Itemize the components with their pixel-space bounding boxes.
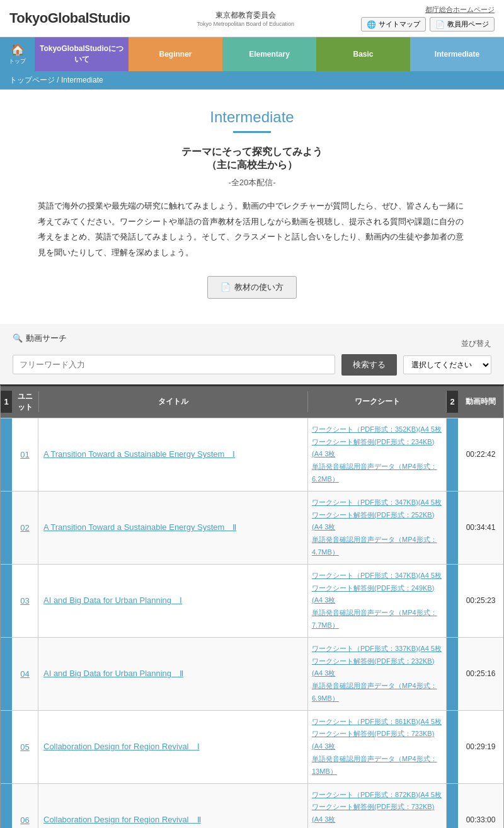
title-link[interactable]: A Transition Toward a Sustainable Energy… xyxy=(43,521,236,534)
time-cell: 00:34:41 xyxy=(458,492,503,564)
worksheet-link[interactable]: ワークシート解答例(PDF形式：723KB)(A4 3枚 xyxy=(312,728,442,753)
search-top-row: 🔍 動画サーチ 並び替え xyxy=(13,333,491,349)
unit-number[interactable]: 02 xyxy=(12,492,38,564)
table-row: 06 Collaboration Design for Region Reviv… xyxy=(1,783,503,828)
title-link[interactable]: Collaboration Design for Region Revival … xyxy=(43,814,201,826)
unit-number[interactable]: 03 xyxy=(12,565,38,637)
org-info: 東京都教育委員会 Tokyo Metropolitan Board of Edu… xyxy=(197,10,294,27)
title-cell: A Transition Toward a Sustainable Energy… xyxy=(38,418,308,491)
usage-button[interactable]: 📄 教材の使い方 xyxy=(207,276,297,299)
org-name: 東京都教育委員会 xyxy=(215,10,276,21)
worksheet-link[interactable]: ワークシート解答例(PDF形式：232KB)(A4 3枚 xyxy=(312,655,442,681)
worksheet-link[interactable]: 単語発音確認用音声データ（MP4形式：6.2MB） xyxy=(312,461,442,486)
unit-number[interactable]: 04 xyxy=(12,638,38,710)
worksheet-link[interactable]: ワークシート（PDF形式：872KB)(A4 5枚 xyxy=(312,789,442,802)
title-link[interactable]: AI and Big Data for Urban Planning Ⅱ xyxy=(43,667,183,680)
worksheet-link[interactable]: ワークシート解答例(PDF形式：249KB)(A4 3枚 xyxy=(312,582,442,607)
row-badge xyxy=(1,418,12,491)
worksheet-cell: ワークシート（PDF形式：347KB)(A4 5枚ワークシート解答例(PDF形式… xyxy=(308,565,447,637)
table-row: 03 AI and Big Data for Urban Planning Ⅰ … xyxy=(1,564,503,637)
row-badge xyxy=(1,638,12,710)
badge-1: 1 xyxy=(1,391,12,413)
table-row: 04 AI and Big Data for Urban Planning Ⅱ … xyxy=(1,637,503,710)
worksheet-link[interactable]: ワークシート（PDF形式：347KB)(A4 5枚 xyxy=(312,570,442,582)
nav-items: TokyoGlobalStudioについて Beginner Elementar… xyxy=(35,37,504,71)
worksheet-link[interactable]: 単語発音確認用音声データ（MP4形式：6.9MB） xyxy=(312,680,442,705)
worksheet-link[interactable]: 単語発音確認用音声データ（MP4形式：4.7MB） xyxy=(312,534,442,559)
count-text: -全20本配信- xyxy=(13,177,491,188)
worksheet-link[interactable]: ワークシート解答例(PDF形式：252KB)(A4 3枚 xyxy=(312,509,442,534)
file-icon: 📄 xyxy=(220,282,231,292)
search-area: 🔍 動画サーチ 並び替え 検索する 選択してください xyxy=(0,324,504,384)
worksheet-cell: ワークシート（PDF形式：352KB)(A4 5枚ワークシート解答例(PDF形式… xyxy=(308,418,447,491)
worksheet-link[interactable]: 単語発音確認用音声データ（MP4形式：13MB） xyxy=(312,753,442,778)
unit-number[interactable]: 06 xyxy=(12,784,38,828)
table-body: 01 A Transition Toward a Sustainable Ene… xyxy=(1,418,503,828)
page-title: Intermediate xyxy=(13,108,491,126)
org-sub: Tokyo Metropolitan Board of Education xyxy=(197,21,294,27)
sort-label: 並び替え xyxy=(461,338,491,349)
title-cell: Collaboration Design for Region Revival … xyxy=(38,711,308,783)
nav-item-basic[interactable]: Basic xyxy=(316,37,410,71)
home-icon: 🏠 xyxy=(11,43,25,57)
worksheet-link[interactable]: ワークシート解答例(PDF形式：234KB)(A4 3枚 xyxy=(312,436,442,461)
title-link[interactable]: A Transition Toward a Sustainable Energy… xyxy=(43,448,235,461)
col-title: タイトル xyxy=(38,391,308,412)
row-badge xyxy=(1,784,12,828)
sort-select[interactable]: 選択してください xyxy=(403,355,491,374)
time-cell: 00:25:23 xyxy=(458,565,503,637)
time-badge xyxy=(447,711,458,783)
nav-item-beginner[interactable]: Beginner xyxy=(129,37,222,71)
time-badge xyxy=(447,565,458,637)
doc-icon xyxy=(435,20,445,29)
breadcrumb-current: Intermediate xyxy=(61,76,103,84)
worksheet-cell: ワークシート（PDF形式：347KB)(A4 5枚ワークシート解答例(PDF形式… xyxy=(308,492,447,564)
worksheet-cell: ワークシート（PDF形式：861KB)(A4 5枚ワークシート解答例(PDF形式… xyxy=(308,711,447,783)
time-cell: 00:33:00 xyxy=(458,784,503,828)
unit-number[interactable]: 01 xyxy=(12,418,38,491)
time-cell: 00:29:19 xyxy=(458,711,503,783)
unit-number[interactable]: 05 xyxy=(12,711,38,783)
description: 英語で海外の授業や最先端の研究に触れてみましょう。動画の中でレクチャーが質問した… xyxy=(38,198,466,261)
nav-item-elementary[interactable]: Elementary xyxy=(222,37,316,71)
table-row: 02 A Transition Toward a Sustainable Ene… xyxy=(1,491,503,564)
time-badge xyxy=(447,638,458,710)
worksheet-link[interactable]: ワークシート（PDF形式：352KB)(A4 5枚 xyxy=(312,423,442,436)
nav-item-intermediate[interactable]: Intermediate xyxy=(410,37,504,71)
content-table: 1 ユニット タイトル ワークシート 2 動画時間 01 A Transitio… xyxy=(0,384,504,828)
row-badge xyxy=(1,711,12,783)
worksheet-link[interactable]: ワークシート（PDF形式：337KB)(A4 5枚 xyxy=(312,643,442,655)
teacher-page-button[interactable]: 教員用ページ xyxy=(430,17,495,32)
worksheet-cell: ワークシート（PDF形式：337KB)(A4 5枚ワークシート解答例(PDF形式… xyxy=(308,638,447,710)
worksheet-cell: ワークシート（PDF形式：872KB)(A4 5枚ワークシート解答例(PDF形式… xyxy=(308,784,447,828)
worksheet-link[interactable]: ワークシート解答例(PDF形式：732KB)(A4 3枚 xyxy=(312,801,442,826)
header-buttons: サイトマップ 教員用ページ xyxy=(361,17,495,32)
col-time: 動画時間 xyxy=(458,391,503,412)
sitemap-button[interactable]: サイトマップ xyxy=(361,17,426,32)
site-header: TokyoGlobalStudio 東京都教育委員会 Tokyo Metropo… xyxy=(0,0,504,37)
breadcrumb-home[interactable]: トップページ xyxy=(9,76,55,84)
worksheet-link[interactable]: ワークシート（PDF形式：861KB)(A4 5枚 xyxy=(312,716,442,728)
row-badge xyxy=(1,492,12,564)
title-cell: AI and Big Data for Urban Planning Ⅱ xyxy=(38,638,308,710)
worksheet-link[interactable]: 単語発音確認用音声データ（MP4形式：7.7MB） xyxy=(312,607,442,632)
main-nav: 🏠 トップ TokyoGlobalStudioについて Beginner Ele… xyxy=(0,37,504,71)
table-row: 01 A Transition Toward a Sustainable Ene… xyxy=(1,418,503,491)
search-input[interactable] xyxy=(13,355,335,374)
header-right: 都庁総合ホームページ サイトマップ 教員用ページ xyxy=(361,5,495,32)
title-link[interactable]: AI and Big Data for Urban Planning Ⅰ xyxy=(43,594,182,607)
title-link[interactable]: Collaboration Design for Region Revival … xyxy=(43,740,200,753)
time-cell: 00:25:16 xyxy=(458,638,503,710)
time-cell: 00:22:42 xyxy=(458,418,503,491)
search-magnifier-icon: 🔍 xyxy=(13,333,23,343)
badge-2: 2 xyxy=(447,391,458,413)
logo[interactable]: TokyoGlobalStudio xyxy=(9,10,130,26)
nav-home[interactable]: 🏠 トップ xyxy=(0,37,35,71)
worksheet-link[interactable]: ワークシート（PDF形式：347KB)(A4 5枚 xyxy=(312,497,442,509)
title-cell: AI and Big Data for Urban Planning Ⅰ xyxy=(38,565,308,637)
search-button[interactable]: 検索する xyxy=(341,354,397,376)
main-content: Intermediate テーマにそって探究してみよう （主に高校生から） -全… xyxy=(0,89,504,311)
top-link[interactable]: 都庁総合ホームページ xyxy=(425,5,495,14)
row-badge xyxy=(1,565,12,637)
nav-item-about[interactable]: TokyoGlobalStudioについて xyxy=(35,37,129,71)
